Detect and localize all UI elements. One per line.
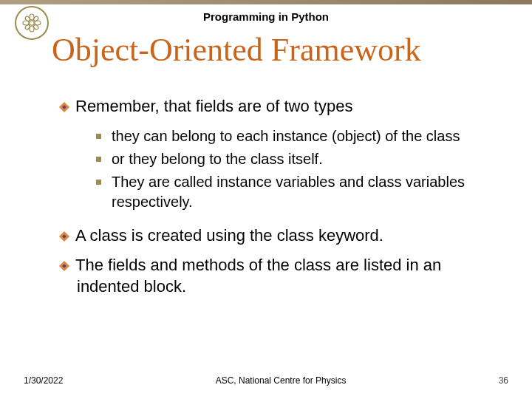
sub-bullet-text: They are called instance variables and c… (112, 172, 502, 212)
diamond-bullet-icon (59, 231, 69, 242)
sub-bullet-list: they can belong to each instance (object… (96, 126, 502, 212)
footer-date: 1/30/2022 (24, 375, 63, 386)
bullet-main: A class is created using the class keywo… (59, 225, 502, 247)
square-bullet-icon (96, 157, 101, 162)
sub-bullet-text: they can belong to each instance (object… (112, 126, 502, 146)
bullet-text: A class is created using the class keywo… (75, 226, 383, 245)
diamond-bullet-icon (59, 102, 69, 112)
slide-content: Remember, that fields are of two types t… (59, 96, 502, 306)
square-bullet-icon (96, 180, 101, 185)
header-bar (0, 0, 532, 4)
slide-title: Object-Oriented Framework (52, 31, 421, 69)
sub-bullet: they can belong to each instance (object… (96, 126, 502, 146)
diamond-bullet-icon (59, 261, 69, 271)
bullet-main: The fields and methods of the class are … (59, 255, 502, 297)
sub-bullet-text: or they belong to the class itself. (112, 149, 502, 169)
bullet-text: Remember, that fields are of two types (75, 97, 352, 115)
slide-subtitle: Programming in Python (0, 10, 532, 23)
footer-center: ASC, National Centre for Physics (63, 375, 498, 386)
sub-bullet: or they belong to the class itself. (96, 149, 502, 169)
footer-page-number: 36 (499, 375, 508, 386)
slide-footer: 1/30/2022 ASC, National Centre for Physi… (0, 375, 532, 386)
square-bullet-icon (96, 134, 101, 139)
bullet-text: The fields and methods of the class are … (75, 256, 441, 296)
sub-bullet: They are called instance variables and c… (96, 172, 502, 212)
bullet-main: Remember, that fields are of two types (59, 96, 502, 117)
